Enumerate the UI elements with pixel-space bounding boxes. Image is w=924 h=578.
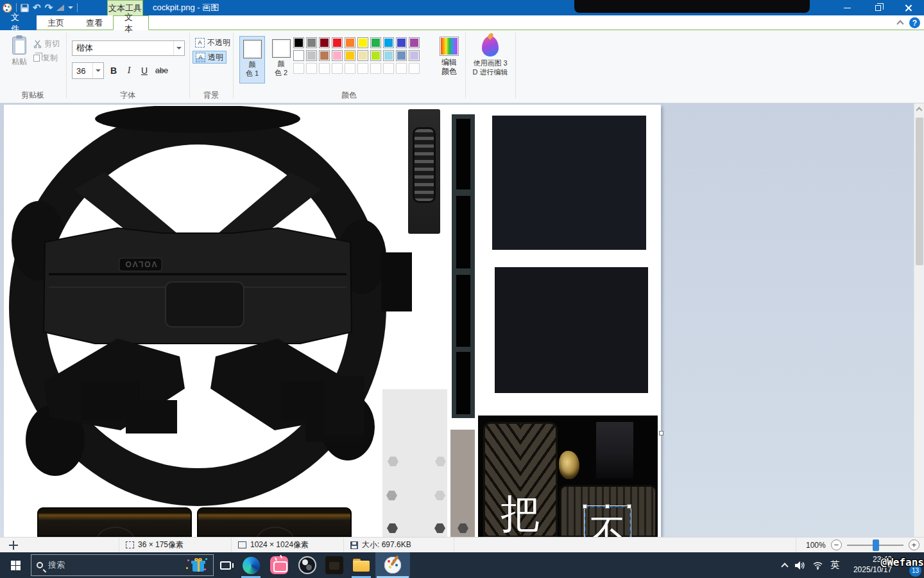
canvas-resize-handle[interactable] bbox=[659, 431, 663, 435]
palette-swatch[interactable] bbox=[345, 50, 355, 61]
input-language-indicator[interactable]: 英 bbox=[830, 559, 839, 571]
tray-expand-icon[interactable] bbox=[781, 563, 788, 570]
palette-swatch[interactable] bbox=[370, 37, 381, 48]
palette-swatch-empty[interactable] bbox=[319, 63, 330, 74]
edit-with-paint3d-button[interactable]: 使用画图 3D 进行编辑 bbox=[469, 36, 511, 76]
unknown-tool-icon[interactable] bbox=[56, 4, 64, 11]
transparent-label: 透明 bbox=[208, 52, 223, 63]
palette-swatch[interactable] bbox=[332, 37, 343, 48]
zoom-slider-thumb[interactable] bbox=[873, 539, 879, 551]
palette-swatch[interactable] bbox=[306, 50, 317, 61]
tab-text[interactable]: 文本 bbox=[113, 15, 149, 30]
palette-swatch-empty[interactable] bbox=[383, 63, 394, 74]
scrollbar-thumb[interactable] bbox=[916, 118, 923, 265]
cut-button[interactable]: 剪切 bbox=[33, 39, 60, 49]
palette-swatch[interactable] bbox=[370, 50, 381, 61]
palette-swatch[interactable] bbox=[357, 37, 368, 48]
strikethrough-button[interactable]: abe bbox=[153, 63, 171, 78]
font-family-dropdown[interactable] bbox=[173, 41, 184, 55]
start-button[interactable] bbox=[0, 552, 31, 578]
selection-handle-top-left[interactable] bbox=[583, 504, 587, 509]
palette-swatch-empty[interactable] bbox=[306, 63, 317, 74]
palette-swatch-empty[interactable] bbox=[409, 63, 420, 74]
close-button[interactable] bbox=[893, 0, 924, 15]
palette-swatch[interactable] bbox=[383, 50, 394, 61]
tab-view[interactable]: 查看 bbox=[75, 15, 114, 30]
search-icon bbox=[37, 562, 43, 568]
search-placeholder: 搜索 bbox=[48, 559, 186, 571]
scroll-up-icon[interactable] bbox=[916, 107, 923, 114]
separator bbox=[343, 538, 344, 553]
selection-handle-top-right[interactable] bbox=[627, 504, 631, 509]
palette-swatch[interactable] bbox=[409, 37, 420, 48]
taskbar-bilibili-button[interactable] bbox=[265, 552, 293, 578]
selection-size-text: 36 × 175像素 bbox=[138, 539, 184, 550]
palette-swatch[interactable] bbox=[396, 37, 407, 48]
zoom-level-text: 100% bbox=[806, 541, 826, 550]
italic-button[interactable]: I bbox=[122, 63, 136, 78]
drawing-canvas[interactable]: VOLVO bbox=[4, 105, 661, 537]
taskbar-darkapp-button[interactable] bbox=[321, 552, 347, 578]
file-size-icon bbox=[350, 541, 358, 549]
edit-colors-icon bbox=[440, 37, 459, 56]
palette-swatch-empty[interactable] bbox=[345, 63, 355, 74]
palette-swatch[interactable] bbox=[383, 37, 394, 48]
vertical-scrollbar[interactable] bbox=[914, 103, 924, 537]
zoom-slider[interactable] bbox=[847, 545, 903, 546]
palette-swatch-empty[interactable] bbox=[293, 63, 304, 74]
taskbar-obs-button[interactable] bbox=[293, 552, 321, 578]
palette-swatch[interactable] bbox=[357, 50, 368, 61]
minimize-button[interactable] bbox=[832, 0, 862, 15]
taskbar-edge-button[interactable] bbox=[237, 552, 265, 578]
paste-button[interactable]: 粘贴 bbox=[5, 37, 33, 67]
tab-file[interactable]: 文件 bbox=[0, 15, 37, 30]
task-view-button[interactable] bbox=[214, 552, 237, 578]
edge-icon bbox=[243, 557, 260, 574]
copy-button[interactable]: 复制 bbox=[33, 53, 58, 64]
opaque-button[interactable]: A 不透明 bbox=[193, 36, 233, 49]
instrument-panel-texture-2 bbox=[197, 507, 352, 537]
color1-button[interactable]: 颜 色 1 bbox=[239, 36, 265, 83]
dotted-panel-texture bbox=[382, 389, 447, 537]
palette-swatch[interactable] bbox=[409, 50, 420, 61]
palette-swatch[interactable] bbox=[293, 37, 304, 48]
taskbar-paint-button[interactable] bbox=[375, 552, 410, 578]
font-size-select[interactable]: 36 bbox=[72, 62, 104, 79]
palette-swatch[interactable] bbox=[396, 50, 407, 61]
help-button[interactable]: ? bbox=[909, 17, 920, 28]
bold-button[interactable]: B bbox=[107, 63, 121, 78]
restore-button[interactable] bbox=[862, 0, 893, 15]
edit-colors-button[interactable]: 编辑颜色 bbox=[435, 37, 463, 76]
taskbar-search-box[interactable]: 搜索 bbox=[31, 554, 214, 576]
paint3d-label2: D 进行编辑 bbox=[473, 68, 508, 76]
palette-swatch-empty[interactable] bbox=[396, 63, 407, 74]
search-promo-gift-icon[interactable] bbox=[191, 558, 205, 572]
font-size-dropdown[interactable] bbox=[92, 63, 103, 78]
text-selection-box[interactable] bbox=[585, 506, 631, 537]
undo-icon[interactable]: ↶ bbox=[33, 3, 41, 12]
minimize-ribbon-icon[interactable] bbox=[896, 20, 903, 27]
palette-swatch-empty[interactable] bbox=[357, 63, 368, 74]
palette-swatch[interactable] bbox=[345, 37, 355, 48]
color2-button[interactable]: 颜 色 2 bbox=[268, 36, 294, 83]
zoom-in-button[interactable]: + bbox=[909, 539, 920, 550]
zoom-out-button[interactable]: − bbox=[831, 539, 842, 550]
palette-swatch-empty[interactable] bbox=[332, 63, 343, 74]
customize-toolbar-dropdown-icon[interactable] bbox=[68, 6, 73, 9]
tab-home[interactable]: 主页 bbox=[37, 15, 75, 30]
file-size-indicator: 大小: 697.6KB bbox=[350, 539, 411, 550]
palette-swatch[interactable] bbox=[319, 50, 330, 61]
palette-swatch[interactable] bbox=[306, 37, 317, 48]
font-family-select[interactable]: 楷体 bbox=[72, 40, 185, 56]
palette-swatch[interactable] bbox=[332, 50, 343, 61]
palette-swatch[interactable] bbox=[319, 37, 330, 48]
underline-button[interactable]: U bbox=[137, 63, 151, 78]
taskbar-explorer-button[interactable] bbox=[347, 552, 375, 578]
palette-swatch-empty[interactable] bbox=[370, 63, 381, 74]
palette-swatch[interactable] bbox=[293, 50, 304, 61]
redo-icon[interactable]: ↷ bbox=[45, 3, 53, 12]
wifi-icon[interactable] bbox=[812, 561, 823, 570]
volume-icon[interactable] bbox=[794, 561, 805, 570]
transparent-button[interactable]: A 透明 bbox=[193, 51, 227, 64]
selection-handle-top-center[interactable] bbox=[605, 504, 610, 509]
